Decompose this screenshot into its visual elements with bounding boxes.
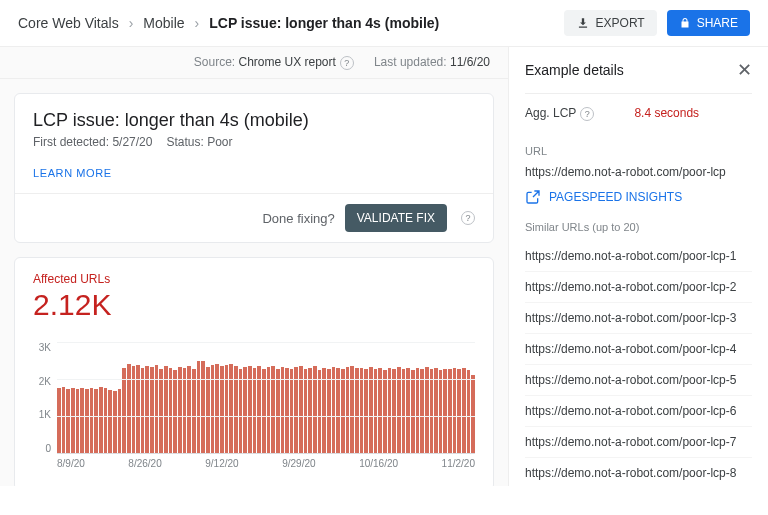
export-label: EXPORT bbox=[596, 16, 645, 30]
similar-url-item[interactable]: https://demo.not-a-robot.com/poor-lcp-7 bbox=[525, 427, 752, 458]
chart-bar bbox=[467, 370, 471, 453]
validate-fix-button[interactable]: VALIDATE FIX bbox=[345, 204, 447, 232]
chart-bar bbox=[169, 368, 173, 453]
similar-url-item[interactable]: https://demo.not-a-robot.com/poor-lcp-5 bbox=[525, 365, 752, 396]
chart-bar bbox=[267, 367, 271, 453]
chart-bar bbox=[341, 369, 345, 453]
chart-bar bbox=[383, 370, 387, 453]
learn-more-link[interactable]: LEARN MORE bbox=[33, 167, 475, 193]
chart-bar bbox=[346, 367, 350, 453]
chart-bar bbox=[406, 368, 410, 453]
chart-bar bbox=[239, 369, 243, 453]
share-button[interactable]: SHARE bbox=[667, 10, 750, 36]
breadcrumb-item[interactable]: Mobile bbox=[143, 15, 184, 31]
chart-bar bbox=[392, 369, 396, 453]
export-button[interactable]: EXPORT bbox=[564, 10, 657, 36]
download-icon bbox=[576, 16, 590, 30]
open-external-icon bbox=[525, 189, 541, 205]
chevron-right-icon: › bbox=[195, 15, 200, 31]
chart-bar bbox=[369, 367, 373, 453]
pagespeed-insights-link[interactable]: PAGESPEED INSIGHTS bbox=[525, 189, 752, 205]
chart-bar bbox=[57, 388, 61, 453]
source-value: Chrome UX report bbox=[239, 55, 336, 69]
chart-bar bbox=[159, 369, 163, 453]
affected-urls-label: Affected URLs bbox=[33, 272, 475, 286]
chart-bar bbox=[453, 368, 457, 453]
chart-bar bbox=[457, 369, 461, 453]
first-detected-label: First detected: bbox=[33, 135, 109, 149]
chart-bar bbox=[397, 367, 401, 453]
breadcrumb-item[interactable]: Core Web Vitals bbox=[18, 15, 119, 31]
chart-bar bbox=[150, 367, 154, 453]
help-icon[interactable]: ? bbox=[580, 107, 594, 121]
chart-bar bbox=[76, 389, 80, 453]
chart-bar bbox=[90, 388, 94, 453]
chart-bar bbox=[430, 369, 434, 453]
chart-bar bbox=[262, 369, 266, 453]
chart-bar bbox=[71, 388, 75, 453]
done-fixing-label: Done fixing? bbox=[262, 211, 334, 226]
chart-bar bbox=[304, 369, 308, 453]
status-label: Status: bbox=[166, 135, 203, 149]
chart-bar bbox=[183, 368, 187, 453]
chart-bar bbox=[192, 369, 196, 453]
chart-bar bbox=[364, 369, 368, 453]
agg-lcp-value: 8.4 seconds bbox=[634, 106, 699, 121]
chart-bar bbox=[94, 389, 98, 453]
chart-bar bbox=[113, 391, 117, 453]
similar-url-item[interactable]: https://demo.not-a-robot.com/poor-lcp-4 bbox=[525, 334, 752, 365]
chart-bar bbox=[439, 370, 443, 453]
similar-url-item[interactable]: https://demo.not-a-robot.com/poor-lcp-2 bbox=[525, 272, 752, 303]
chart-bar bbox=[411, 370, 415, 453]
chart-bar bbox=[462, 368, 466, 453]
chart-bar bbox=[80, 388, 84, 453]
agg-lcp-label: Agg. LCP bbox=[525, 106, 576, 120]
affected-urls-value: 2.12K bbox=[33, 288, 475, 322]
chart-bar bbox=[336, 368, 340, 453]
help-icon[interactable]: ? bbox=[461, 211, 475, 225]
chart-bar bbox=[215, 364, 219, 453]
chart-bar bbox=[471, 375, 475, 453]
chart-bar bbox=[434, 368, 438, 453]
chart-bar bbox=[290, 369, 294, 453]
chart-bar bbox=[108, 390, 112, 453]
chart-bar bbox=[322, 368, 326, 453]
chart-bar bbox=[85, 389, 89, 453]
chart-bar bbox=[402, 369, 406, 453]
chart-bar bbox=[127, 364, 131, 453]
close-icon[interactable]: ✕ bbox=[737, 61, 752, 79]
help-icon[interactable]: ? bbox=[340, 56, 354, 70]
chart-bar bbox=[388, 368, 392, 453]
chart-bar bbox=[374, 369, 378, 453]
chart-bar bbox=[425, 367, 429, 453]
similar-url-item[interactable]: https://demo.not-a-robot.com/poor-lcp-8 bbox=[525, 458, 752, 486]
chart-bar bbox=[416, 368, 420, 453]
chart-bar bbox=[141, 368, 145, 453]
chart-bar bbox=[178, 367, 182, 453]
chevron-right-icon: › bbox=[129, 15, 134, 31]
chart-bar bbox=[118, 389, 122, 453]
chart-bar bbox=[360, 368, 364, 453]
chart-bar bbox=[197, 361, 201, 454]
pagespeed-label: PAGESPEED INSIGHTS bbox=[549, 190, 682, 204]
similar-url-item[interactable]: https://demo.not-a-robot.com/poor-lcp-3 bbox=[525, 303, 752, 334]
affected-urls-chart: 3K2K1K0 8/9/208/26/209/12/209/29/2010/16… bbox=[33, 342, 475, 472]
chart-bar bbox=[122, 368, 126, 453]
share-label: SHARE bbox=[697, 16, 738, 30]
chart-bar bbox=[420, 369, 424, 453]
chart-bar bbox=[276, 369, 280, 453]
chart-bar bbox=[66, 389, 70, 453]
chart-bar bbox=[104, 388, 108, 453]
similar-url-item[interactable]: https://demo.not-a-robot.com/poor-lcp-6 bbox=[525, 396, 752, 427]
example-url: https://demo.not-a-robot.com/poor-lcp bbox=[525, 165, 752, 179]
status-value: Poor bbox=[207, 135, 232, 149]
chart-bar bbox=[173, 370, 177, 453]
chart-bar bbox=[308, 368, 312, 453]
chart-bar bbox=[62, 387, 66, 453]
breadcrumb-current: LCP issue: longer than 4s (mobile) bbox=[209, 15, 439, 31]
similar-urls-label: Similar URLs (up to 20) bbox=[525, 221, 752, 233]
chart-bar bbox=[378, 368, 382, 453]
details-header: Example details bbox=[525, 62, 624, 78]
chart-bar bbox=[294, 367, 298, 453]
similar-url-item[interactable]: https://demo.not-a-robot.com/poor-lcp-1 bbox=[525, 241, 752, 272]
